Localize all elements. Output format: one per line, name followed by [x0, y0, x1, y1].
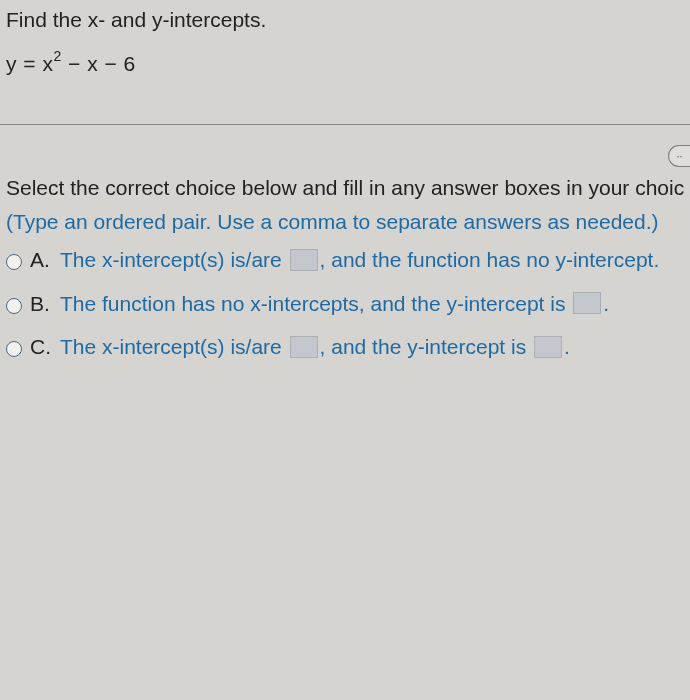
option-a-text-1: The x-intercept(s) is/are [60, 248, 288, 271]
radio-a[interactable] [6, 254, 22, 270]
instruction-select: Select the correct choice below and fill… [6, 173, 684, 202]
option-b-text: The function has no x-intercepts, and th… [60, 288, 609, 320]
option-a-text-2: , and the function has no y-intercept. [320, 248, 660, 271]
option-c-letter: C. [30, 335, 52, 359]
option-a-blank-1[interactable] [290, 249, 318, 271]
option-c-blank-2[interactable] [534, 336, 562, 358]
option-a-text: The x-intercept(s) is/are , and the func… [60, 244, 659, 276]
equation-rhs: − x − 6 [62, 52, 136, 75]
options-group: A. The x-intercept(s) is/are , and the f… [6, 244, 684, 363]
option-c-text: The x-intercept(s) is/are , and the y-in… [60, 331, 570, 363]
equation-exponent: 2 [53, 48, 61, 64]
option-b-text-2: . [603, 292, 609, 315]
option-c: C. The x-intercept(s) is/are , and the y… [6, 331, 684, 363]
option-b-letter: B. [30, 292, 52, 316]
equation-lhs: y = x [6, 52, 53, 75]
option-b-text-1: The function has no x-intercepts, and th… [60, 292, 571, 315]
option-c-text-2: , and the y-intercept is [320, 335, 532, 358]
equation: y = x2 − x − 6 [6, 50, 684, 76]
option-c-text-3: . [564, 335, 570, 358]
option-c-text-1: The x-intercept(s) is/are [60, 335, 288, 358]
option-b: B. The function has no x-intercepts, and… [6, 288, 684, 320]
instruction-format: (Type an ordered pair. Use a comma to se… [6, 210, 684, 234]
radio-c[interactable] [6, 341, 22, 357]
option-b-blank-1[interactable] [573, 292, 601, 314]
expand-panel-button[interactable]: ·· [668, 145, 690, 167]
question-prompt: Find the x- and y-intercepts. [6, 8, 684, 32]
option-a-letter: A. [30, 248, 52, 272]
radio-b[interactable] [6, 298, 22, 314]
option-c-blank-1[interactable] [290, 336, 318, 358]
option-a: A. The x-intercept(s) is/are , and the f… [6, 244, 684, 276]
